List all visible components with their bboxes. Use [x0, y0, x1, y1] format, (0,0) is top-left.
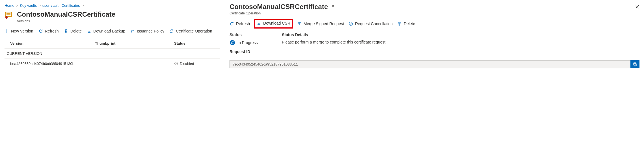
settings-icon	[130, 29, 135, 33]
panel-refresh-label: Refresh	[236, 21, 250, 26]
panel-title: ContosoManualCSRCertificate	[230, 3, 328, 11]
request-cancellation-button[interactable]: Request Cancellation	[349, 21, 393, 26]
page-title: ContosoManualCSRCertificate	[17, 10, 115, 19]
breadcrumb: Home > Key vaults > user-vault | Certifi…	[5, 3, 220, 8]
in-progress-icon	[230, 40, 235, 45]
cycle-icon	[169, 29, 174, 33]
cancel-icon	[349, 21, 353, 26]
upload-icon	[297, 21, 302, 26]
panel-toolbar: Refresh Download CSR Merge Signed Reques…	[230, 20, 639, 27]
refresh-icon	[230, 21, 234, 26]
download-csr-label: Download CSR	[263, 21, 290, 25]
issuance-policy-button[interactable]: Issuance Policy	[130, 29, 164, 33]
refresh-button[interactable]: Refresh	[38, 29, 59, 33]
download-backup-label: Download Backup	[93, 29, 125, 33]
delete-label: Delete	[70, 29, 82, 33]
trash-icon	[397, 21, 402, 26]
request-id-field[interactable]: 7e5343405245462ca952187951033511	[230, 60, 630, 68]
svg-point-4	[133, 30, 134, 31]
svg-point-10	[230, 40, 235, 45]
cell-version: bea4869659ad4074b0cb38f04915130b	[10, 62, 95, 66]
status-label: Status	[230, 32, 282, 37]
col-header-status[interactable]: Status	[174, 41, 215, 45]
panel-subtitle: Certificate Operation	[230, 11, 639, 15]
download-icon	[257, 21, 261, 25]
status-value: In Progress	[237, 40, 258, 45]
new-version-label: New Version	[11, 29, 33, 33]
refresh-icon	[38, 29, 43, 33]
status-text: Disabled	[180, 62, 194, 66]
cell-status: Disabled	[174, 62, 215, 66]
new-version-button[interactable]: New Version	[5, 29, 33, 33]
chevron-right-icon: >	[16, 3, 18, 8]
download-csr-button[interactable]: Download CSR	[257, 21, 290, 25]
download-backup-button[interactable]: Download Backup	[87, 29, 125, 33]
svg-line-9	[350, 23, 352, 25]
delete-button[interactable]: Delete	[64, 29, 82, 33]
panel-delete-label: Delete	[404, 21, 415, 26]
col-header-thumbprint[interactable]: Thumbprint	[95, 41, 174, 45]
plus-icon	[5, 29, 9, 33]
request-cancellation-label: Request Cancellation	[355, 21, 393, 26]
page-subtitle: Versions	[17, 19, 115, 23]
svg-rect-11	[634, 64, 636, 66]
col-header-version[interactable]: Version	[10, 41, 95, 45]
panel-refresh-button[interactable]: Refresh	[230, 21, 250, 26]
table-header-row: Version Thumbprint Status	[5, 38, 220, 49]
issuance-policy-label: Issuance Policy	[137, 29, 164, 33]
svg-point-5	[131, 31, 132, 32]
panel-delete-button[interactable]: Delete	[397, 21, 415, 26]
request-id-label: Request ID	[230, 49, 282, 54]
disabled-icon	[174, 62, 178, 66]
copy-button[interactable]	[630, 60, 639, 68]
certificate-operation-label: Certificate Operation	[176, 29, 212, 33]
chevron-right-icon: >	[38, 3, 41, 8]
main-toolbar: New Version Refresh Delete Download Back…	[5, 29, 220, 33]
copy-icon	[633, 62, 637, 67]
breadcrumb-home[interactable]: Home	[5, 3, 14, 8]
trash-icon	[64, 29, 68, 33]
chevron-right-icon: >	[82, 3, 84, 8]
breadcrumb-user-vault[interactable]: user-vault | Certificates	[42, 3, 80, 8]
merge-button[interactable]: Merge Signed Request	[297, 21, 344, 26]
current-version-section: CURRENT VERSION	[5, 49, 220, 59]
merge-label: Merge Signed Request	[304, 21, 344, 26]
refresh-label: Refresh	[45, 29, 59, 33]
download-icon	[87, 29, 91, 33]
breadcrumb-keyvaults[interactable]: Key vaults	[20, 3, 37, 8]
highlight-annotation: Download CSR	[254, 19, 293, 29]
pin-icon[interactable]	[331, 5, 335, 9]
close-icon[interactable]	[635, 5, 639, 9]
status-details-value: Please perform a merge to complete this …	[282, 40, 639, 44]
status-details-label: Status Details	[282, 32, 639, 37]
svg-rect-0	[5, 12, 12, 17]
svg-line-7	[175, 63, 177, 65]
svg-rect-12	[634, 63, 636, 65]
certificate-icon	[5, 10, 14, 19]
table-row[interactable]: bea4869659ad4074b0cb38f04915130b Disable…	[5, 59, 220, 69]
certificate-operation-button[interactable]: Certificate Operation	[169, 29, 212, 33]
